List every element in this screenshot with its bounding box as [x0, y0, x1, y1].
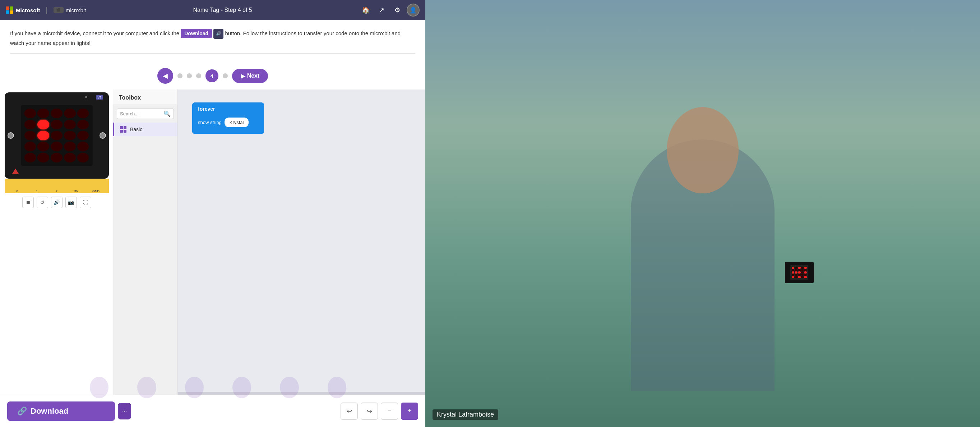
nav-dot-2[interactable] [187, 73, 192, 78]
nav-dot-1[interactable] [177, 73, 183, 78]
string-value[interactable]: Krystal [224, 118, 249, 127]
pin-0: 0 [8, 190, 27, 193]
bottom-right-controls: ↩ ↪ − + [340, 403, 418, 420]
led-8 [64, 119, 76, 129]
grid-icon [120, 126, 126, 132]
block-editor[interactable]: forever show string Krystal [178, 89, 425, 395]
avatar[interactable]: 👤 [407, 3, 420, 16]
microsoft-logo: Microsoft [6, 6, 40, 14]
led-21 [37, 153, 49, 163]
zoom-out-button[interactable]: − [381, 403, 398, 420]
stop-button[interactable]: ⏹ [22, 197, 34, 208]
led-14 [77, 131, 89, 140]
led-19 [77, 142, 89, 151]
pin-gnd: GND [87, 190, 105, 193]
ms-grid-icon [6, 6, 13, 14]
block-forever-label: forever [192, 102, 264, 114]
app-window: Microsoft | ⬛ micro:bit Name Tag - Step … [0, 0, 425, 427]
search-input[interactable] [120, 111, 164, 116]
page-title: Name Tag - Step 4 of 5 [90, 7, 355, 13]
prev-button[interactable]: ◀ [158, 68, 173, 84]
search-icon: 🔍 [164, 110, 171, 117]
header-divider: | [46, 6, 48, 14]
download-button[interactable]: 🔗 Download [7, 402, 115, 421]
microbit-logo: ⬛ micro:bit [54, 7, 86, 13]
led-23 [64, 153, 76, 163]
video-panel: Krystal Laframboise [425, 0, 980, 427]
instruction-panel: If you have a micro:bit device, connect … [0, 20, 425, 65]
nav-bar: ◀ 4 ▶ Next [0, 65, 425, 89]
instruction-icon: 🔊 [213, 29, 223, 39]
toolbox-item-basic[interactable]: Basic [113, 123, 177, 136]
header-actions: 🏠 ↗ ⚙ 👤 [359, 3, 420, 16]
separator [10, 53, 415, 54]
home-button[interactable]: 🏠 [359, 3, 372, 16]
antenna-dot [85, 96, 87, 98]
connector-left [8, 132, 14, 139]
restart-button[interactable]: ↺ [37, 197, 48, 208]
led-0 [24, 108, 36, 118]
toolbox-item-label-basic: Basic [130, 126, 142, 132]
download-label: Download [30, 406, 68, 416]
microbit-device: V2 [5, 92, 109, 178]
microbit-label: micro:bit [66, 7, 86, 13]
led-22 [51, 153, 62, 163]
share-button[interactable]: ↗ [375, 3, 388, 16]
led-1 [37, 108, 49, 118]
led-2 [51, 108, 62, 118]
undo-button[interactable]: ↩ [340, 403, 358, 420]
microbit-version-label: V2 [96, 95, 103, 100]
settings-button[interactable]: ⚙ [391, 3, 404, 16]
toolbox-header: Toolbox [113, 89, 177, 105]
sound-button[interactable]: 🔊 [51, 197, 62, 208]
show-string-label: show string [198, 119, 222, 125]
header: Microsoft | ⬛ micro:bit Name Tag - Step … [0, 0, 425, 20]
fullscreen-button[interactable]: ⛶ [80, 197, 91, 208]
led-9 [77, 119, 89, 129]
next-label: Next [247, 73, 260, 79]
microbit-pins: 0 1 2 3V GND [5, 178, 109, 193]
nav-dot-4[interactable]: 4 [205, 69, 218, 82]
work-area: V2 0 1 2 3V GND ⏹ ↺ [0, 89, 425, 395]
led-5 [24, 119, 36, 129]
bottom-bar: 🔗 Download ··· ↩ ↪ − + [0, 395, 425, 427]
more-options-button[interactable]: ··· [118, 403, 131, 419]
triangle-icon [12, 169, 19, 174]
face-silhouette [667, 107, 738, 193]
led-7 [51, 119, 62, 129]
led-4 [77, 108, 89, 118]
next-icon: ▶ [241, 73, 245, 80]
microbit-screen [21, 105, 93, 166]
redo-button[interactable]: ↪ [361, 403, 378, 420]
zoom-in-button[interactable]: + [401, 403, 418, 420]
led-12 [51, 131, 62, 140]
download-icon: 🔗 [17, 406, 27, 416]
screenshot-button[interactable]: 📷 [65, 197, 77, 208]
led-15 [24, 142, 36, 151]
sim-controls: ⏹ ↺ 🔊 📷 ⛶ [22, 197, 91, 208]
download-badge[interactable]: Download [181, 29, 212, 38]
block-forever[interactable]: forever show string Krystal [192, 102, 264, 134]
simulator-panel: V2 0 1 2 3V GND ⏹ ↺ [0, 89, 113, 395]
led-10 [24, 131, 36, 140]
microbit-in-hand [785, 262, 814, 283]
toolbox: Toolbox 🔍 Basic [113, 89, 178, 395]
nav-dot-3[interactable] [196, 73, 201, 78]
video-feed: Krystal Laframboise [425, 0, 980, 427]
led-16 [37, 142, 49, 151]
led-18 [64, 142, 76, 151]
person-name-label: Krystal Laframboise [433, 409, 498, 420]
block-show-string[interactable]: show string Krystal [198, 116, 258, 129]
next-button[interactable]: ▶ Next [232, 69, 268, 83]
instruction-text-before: If you have a micro:bit device, connect … [10, 30, 179, 36]
nav-dot-5[interactable] [223, 73, 228, 78]
led-3 [64, 108, 76, 118]
pin-2: 2 [48, 190, 66, 193]
led-17 [51, 142, 62, 151]
toolbox-search[interactable]: 🔍 [117, 108, 174, 119]
led-13 [64, 131, 76, 140]
pin-3v: 3V [67, 190, 86, 193]
led-11 [37, 131, 49, 140]
block-body: show string Krystal [192, 114, 264, 134]
horizontal-scrollbar[interactable] [178, 392, 425, 395]
